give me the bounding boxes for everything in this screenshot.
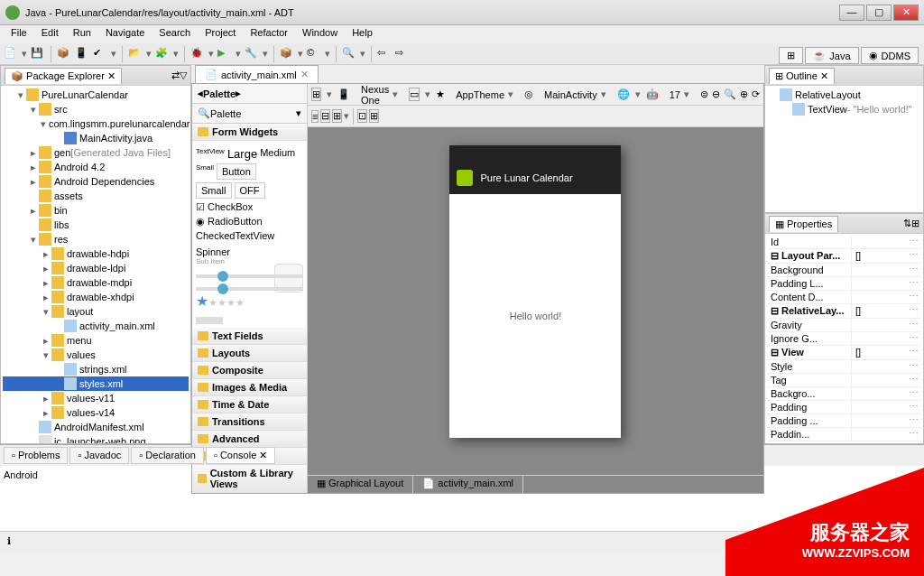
outline-item[interactable]: RelativeLayout <box>767 88 921 102</box>
tree-item[interactable]: ▾layout <box>3 304 189 319</box>
tab-problems[interactable]: ▫ Problems <box>4 447 68 464</box>
prop-tool2-icon[interactable]: ⊞ <box>911 218 919 229</box>
tree-item[interactable]: ▸Android 4.2 <box>3 160 189 174</box>
palette-form-widgets[interactable]: Form Widgets <box>192 124 307 141</box>
align-icon[interactable]: ≡ <box>311 110 319 123</box>
debug-icon[interactable]: 🐞 <box>190 47 205 61</box>
widget-textview[interactable]: TextView <box>196 147 225 161</box>
device-preview[interactable]: Pure Lunar Calendar Hello world! <box>449 145 621 438</box>
tree-item[interactable]: ▸gen [Generated Java Files] <box>3 145 189 160</box>
zoom-in-icon[interactable]: ⊕ <box>740 88 748 100</box>
orientation-icon[interactable]: ▭ <box>409 88 420 101</box>
menu-help[interactable]: Help <box>345 25 380 43</box>
property-row[interactable]: Padding L...⋯ <box>767 277 921 291</box>
palette-cat[interactable]: Composite <box>192 362 307 379</box>
tree-item[interactable]: ▾com.lingsmm.purelunarcalendar <box>3 116 189 131</box>
widget-medium[interactable]: Medium <box>260 147 295 161</box>
property-row[interactable]: Content D...⋯ <box>767 291 921 304</box>
menu-navigate[interactable]: Navigate <box>98 25 152 43</box>
widget-checkedtextview[interactable]: CheckedTextView <box>196 230 274 241</box>
tree-item[interactable]: styles.xml <box>3 376 189 391</box>
tree-item[interactable]: ▸drawable-mdpi <box>3 275 189 290</box>
menu-refactor[interactable]: Refactor <box>243 25 295 43</box>
new-package-icon[interactable]: 📦 <box>280 47 294 61</box>
tree-item[interactable]: ▸drawable-ldpi <box>3 261 189 275</box>
widget-ratingbar[interactable]: ★★★★★ <box>196 293 303 310</box>
tree-item[interactable]: ic_launcher-web.png <box>3 434 189 443</box>
lint-icon[interactable]: ✔ <box>93 47 107 61</box>
property-row[interactable]: Padding⋯ <box>767 401 921 414</box>
perspective-java[interactable]: ☕Java <box>805 47 858 64</box>
property-row[interactable]: Backgro...⋯ <box>767 387 921 401</box>
tab-console[interactable]: ▫ Console ✕ <box>206 447 275 464</box>
tree-item[interactable]: ▸values-v11 <box>3 391 189 405</box>
tab-declaration[interactable]: ▫ Declaration <box>131 447 204 464</box>
property-row[interactable]: ⊟ RelativeLay...[]⋯ <box>767 304 921 319</box>
menu-run[interactable]: Run <box>66 25 98 43</box>
widget-off[interactable]: OFF <box>235 182 265 199</box>
tree-item[interactable]: ▾PureLunarCalendar <box>3 88 189 102</box>
property-row[interactable]: Tag⋯ <box>767 374 921 387</box>
api-selector[interactable]: 17▾ <box>664 87 695 102</box>
tree-item[interactable]: AndroidManifest.xml <box>3 420 189 434</box>
refresh-icon[interactable]: ⟳ <box>752 88 760 100</box>
property-row[interactable]: Id⋯ <box>767 236 921 249</box>
align2-icon[interactable]: ⊟ <box>320 109 330 123</box>
menu-file[interactable]: File <box>4 25 34 43</box>
property-row[interactable]: Padding ...⋯ <box>767 414 921 428</box>
save-icon[interactable]: 💾 <box>31 47 45 61</box>
search-icon[interactable]: 🔍 <box>342 47 356 61</box>
tree-item[interactable]: ▾src <box>3 102 189 116</box>
minimize-button[interactable]: — <box>839 5 864 21</box>
tree-item[interactable]: assets <box>3 189 189 203</box>
palette-cat[interactable]: Advanced <box>192 431 307 448</box>
menu-window[interactable]: Window <box>295 25 345 43</box>
tree-item[interactable]: MainActivity.java <box>3 131 189 145</box>
property-row[interactable]: Style⋯ <box>767 360 921 374</box>
package-explorer-tab[interactable]: 📦 Package Explorer ✕ <box>5 68 122 84</box>
widget-small[interactable]: Small <box>196 163 214 180</box>
align3-icon[interactable]: ⊞ <box>332 109 342 123</box>
outline-item[interactable]: TextView - "Hello world!" <box>767 102 921 116</box>
collapse-icon[interactable]: ▽ <box>180 70 187 81</box>
palette-cat[interactable]: Transitions <box>192 413 307 431</box>
new-class-icon[interactable]: © <box>307 47 321 61</box>
palette-cat[interactable]: Images & Media <box>192 379 307 396</box>
widget-progressbar[interactable] <box>196 317 223 324</box>
zoom-out-icon[interactable]: ⊖ <box>712 88 720 100</box>
device-selector[interactable]: Nexus One▾ <box>356 82 403 107</box>
run-icon[interactable]: ▶ <box>217 47 232 61</box>
prop-tool-icon[interactable]: ⇅ <box>903 218 911 229</box>
new-icon[interactable]: 📄 <box>4 47 18 61</box>
property-row[interactable]: ⊟ Layout Par...[]⋯ <box>767 249 921 264</box>
maximize-button[interactable]: ▢ <box>866 5 892 21</box>
perspective-ddms[interactable]: ◉DDMS <box>861 47 919 64</box>
tree-item[interactable]: ▸values-v14 <box>3 405 189 420</box>
package-explorer-tree[interactable]: ▾PureLunarCalendar▾src▾com.lingsmm.purel… <box>1 86 190 443</box>
palette-cat[interactable]: Custom & Library Views <box>192 465 307 493</box>
property-row[interactable]: Background⋯ <box>767 264 921 277</box>
properties-grid[interactable]: Id⋯⊟ Layout Par...[]⋯Background⋯Padding … <box>765 234 923 443</box>
widget-seekbar2[interactable] <box>196 287 303 291</box>
link-icon[interactable]: ⇄ <box>171 70 180 81</box>
widget-spinner[interactable]: Spinner Sub Item <box>196 246 303 265</box>
property-row[interactable]: Ignore G...⋯ <box>767 332 921 346</box>
close-tab-icon[interactable]: ✕ <box>300 69 309 80</box>
menu-search[interactable]: Search <box>152 25 198 43</box>
sdk-manager-icon[interactable]: 📦 <box>57 47 71 61</box>
property-row[interactable]: ⊟ View[]⋯ <box>767 346 921 360</box>
widget-button[interactable]: Button <box>217 163 256 180</box>
back-icon[interactable]: ⇦ <box>377 47 392 61</box>
tree-item[interactable]: libs <box>3 218 189 232</box>
locale-icon[interactable]: 🌐 <box>617 88 630 100</box>
zoom-fit-icon[interactable]: 🔍 <box>724 88 736 100</box>
zoom-reset-icon[interactable]: ⊜ <box>700 88 708 100</box>
palette-cat[interactable]: Text Fields <box>192 328 307 345</box>
tree-item[interactable]: activity_main.xml <box>3 319 189 333</box>
activity-selector[interactable]: MainActivity▾ <box>539 87 612 102</box>
palette-cat[interactable]: Time & Date <box>192 396 307 413</box>
wizard-icon[interactable]: 🧩 <box>155 47 170 61</box>
tree-item[interactable]: ▸Android Dependencies <box>3 174 189 189</box>
property-row[interactable]: Gravity⋯ <box>767 319 921 332</box>
widget-seekbar[interactable] <box>196 274 303 278</box>
